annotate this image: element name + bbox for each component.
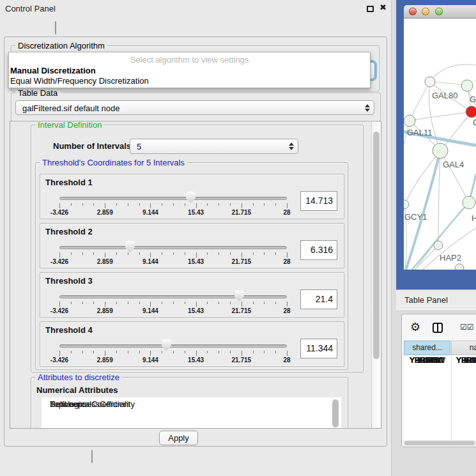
tab-discretize-data[interactable]: Discretize Data — [92, 450, 93, 460]
cell-shared-name: YIL052C — [410, 356, 440, 365]
table-panel: ⚙ ☑☑ shared... na YDL19...YDL1YDR27...YD… — [401, 314, 476, 447]
discretization-algorithm-label: Discretization Algorithm — [15, 41, 107, 50]
list-scrollbar-thumb[interactable] — [332, 399, 339, 427]
threshold-value-field[interactable]: 21.4 — [300, 289, 337, 309]
tick-mark — [185, 351, 185, 353]
slider-track[interactable] — [59, 295, 287, 298]
stepper-arrows-icon — [365, 104, 369, 112]
network-node[interactable] — [433, 143, 448, 158]
tick-mark — [185, 252, 185, 255]
column-header-shared-name[interactable]: shared... — [404, 341, 450, 355]
highlighted-edge-path[interactable] — [404, 151, 440, 270]
slider-tick-labels: -3.4262.8599.14415.4321.71528 — [59, 307, 288, 315]
network-node[interactable] — [404, 115, 415, 127]
tick-mark — [253, 351, 254, 353]
tab-style[interactable]: Style — [56, 22, 56, 31]
slider-track[interactable] — [59, 344, 287, 348]
network-window-titlebar[interactable] — [404, 5, 476, 19]
tick-mark — [196, 203, 197, 208]
gear-icon[interactable]: ⚙ — [410, 320, 420, 334]
dropdown-item-manual-discretization[interactable]: Manual Discretization — [10, 66, 96, 75]
tab-cyni-toolbox[interactable]: Cyni Toolbox — [56, 22, 56, 31]
table-data-combobox[interactable]: galFiltered.sif default node — [15, 100, 374, 115]
network-canvas[interactable]: GAL80GACGAL11GAL4GCY1HHAP2 — [404, 19, 476, 270]
close-traffic-light-icon[interactable] — [409, 8, 417, 15]
tick-mark — [287, 252, 288, 257]
threshold-value-field[interactable]: 6.316 — [300, 240, 337, 260]
tab-select[interactable]: Select — [56, 22, 56, 31]
node-label: GAL4 — [443, 160, 464, 169]
slider-handle[interactable] — [234, 290, 244, 302]
horizontal-scrollbar-thumb[interactable] — [404, 441, 475, 445]
tab-jactivemnodules[interactable]: jActiveMNodules — [56, 22, 56, 31]
minimize-traffic-light-icon[interactable] — [422, 8, 429, 15]
node-label: GAL11 — [407, 128, 433, 137]
slider-track[interactable] — [59, 197, 287, 200]
attributes-group: Attributes to discretize Numerical Attri… — [31, 377, 348, 429]
apply-button[interactable]: Apply — [159, 431, 198, 445]
dropdown-item-equal-width-frequency[interactable]: Equal Width/Frequency Discretization — [10, 76, 149, 86]
number-of-intervals-combobox[interactable]: 5 — [130, 139, 298, 154]
tick-mark — [219, 302, 219, 304]
attribute-list-item[interactable]: BetweennessCentrality — [42, 399, 135, 410]
threshold-value-field[interactable]: 14.713 — [300, 191, 337, 211]
vertical-scrollbar[interactable] — [371, 121, 381, 428]
slider-handle[interactable] — [162, 339, 171, 351]
tick-label: -3.426 — [50, 258, 68, 265]
close-icon[interactable]: ✖ — [380, 3, 387, 12]
zoom-traffic-light-icon[interactable] — [435, 8, 443, 15]
horizontal-scrollbar[interactable] — [404, 440, 476, 446]
tick-mark — [139, 203, 140, 206]
tick-mark — [185, 203, 185, 206]
tick-mark — [105, 302, 105, 307]
float-window-icon[interactable] — [367, 6, 374, 12]
column-header-name[interactable]: na — [451, 341, 476, 355]
edge-path[interactable] — [440, 151, 469, 203]
bottom-tabbar: Impute DataDiscretize DataInfer Network — [91, 450, 93, 463]
tick-mark — [116, 351, 117, 353]
vertical-scrollbar-thumb[interactable] — [373, 132, 380, 359]
tick-label: 9.144 — [142, 357, 158, 364]
edge-path[interactable] — [404, 151, 440, 204]
network-node[interactable] — [463, 196, 475, 209]
tick-mark — [116, 203, 117, 206]
tab-infer-network[interactable]: Infer Network — [92, 450, 93, 460]
slider-track[interactable] — [59, 246, 287, 249]
tick-mark — [71, 302, 72, 304]
tick-label: 21.715 — [232, 307, 252, 314]
tick-mark — [173, 302, 174, 304]
threshold-value-field[interactable]: 11.344 — [300, 339, 337, 358]
network-node[interactable] — [425, 77, 435, 87]
select-columns-checkboxes-icon[interactable]: ☑☑ — [460, 323, 474, 332]
table-body: YDL19...YDL1YDR27...YDR2YBR043CYBR0YPR14… — [404, 355, 476, 440]
numerical-attributes-label: Numerical Attributes — [36, 385, 118, 395]
tick-mark — [93, 252, 94, 255]
split-view-icon[interactable] — [433, 323, 443, 333]
edge-path[interactable] — [438, 151, 440, 245]
slider-handle[interactable] — [186, 192, 196, 203]
edge-path[interactable] — [410, 82, 430, 121]
tick-mark — [59, 252, 60, 257]
number-of-intervals-label: Number of Intervals — [53, 141, 131, 151]
interval-definition-label: Interval Definition — [35, 121, 104, 130]
network-node[interactable] — [466, 106, 476, 118]
tick-mark — [105, 351, 105, 356]
network-node[interactable] — [404, 200, 409, 209]
slider-ticks — [59, 351, 288, 356]
slider-ticks — [59, 203, 288, 208]
slider-handle[interactable] — [125, 241, 135, 252]
network-node[interactable] — [461, 80, 473, 91]
network-node[interactable] — [434, 241, 443, 250]
threshold-panel: Threshold 3 -3.4262.8599.14415.4321.7152… — [40, 272, 344, 318]
interval-definition-group: Interval Definition Number of Intervals … — [31, 125, 364, 372]
network-node[interactable] — [455, 264, 464, 270]
tab-impute-data[interactable]: Impute Data — [92, 450, 93, 460]
edge-path[interactable] — [430, 65, 476, 82]
dropdown-placeholder-item[interactable]: Select algorithm to view settings — [9, 55, 370, 65]
tick-mark — [230, 351, 231, 353]
window-title: Control Panel — [5, 4, 56, 13]
edge-path[interactable] — [410, 112, 472, 121]
control-panel-tabbar: NetworkStyleSelectCyni ToolboxjActiveMNo… — [55, 21, 56, 35]
tab-network[interactable]: Network — [56, 22, 56, 31]
tick-label: 21.715 — [232, 357, 252, 364]
